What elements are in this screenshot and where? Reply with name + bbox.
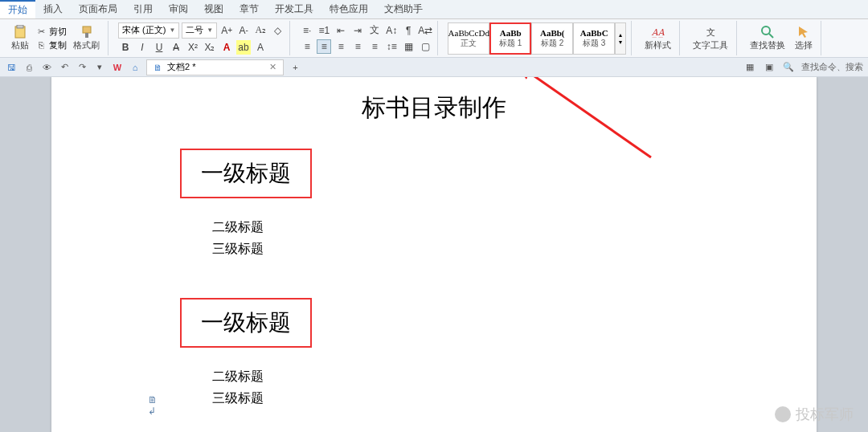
tab-start[interactable]: 开始 xyxy=(0,0,35,18)
redo-icon[interactable]: ↷ xyxy=(76,61,88,74)
clear-format-button[interactable]: ◇ xyxy=(270,23,285,38)
numbering-button[interactable]: ≡1 xyxy=(317,23,331,38)
new-tab-button[interactable]: + xyxy=(289,61,301,74)
wps-logo-icon[interactable]: W xyxy=(111,61,124,74)
new-style-icon: A̲A̲ xyxy=(651,25,665,39)
tab-view[interactable]: 视图 xyxy=(196,0,231,18)
save-icon[interactable]: 🖫 xyxy=(5,61,18,74)
underline-button[interactable]: U xyxy=(152,40,166,55)
change-case-button[interactable]: A₂ xyxy=(253,23,268,38)
heading2-text[interactable]: 二级标题 xyxy=(212,219,688,236)
style-normal[interactable]: AaBbCcDd正文 xyxy=(448,22,489,55)
heading2-text-2[interactable]: 二级标题 xyxy=(212,369,688,385)
svg-rect-2 xyxy=(83,26,91,33)
font-group: 宋体 (正文)▼ 二号▼ A+ A- A₂ ◇ B I U A̶ X² X₂ A… xyxy=(113,21,290,55)
cut-button[interactable]: ✂剪切 xyxy=(35,26,67,38)
watermark: 投标军师 xyxy=(775,405,854,424)
paste-label: 粘贴 xyxy=(11,39,29,51)
align-right-button[interactable]: ≡ xyxy=(334,39,348,54)
chevron-down-icon: ▼ xyxy=(207,26,213,34)
copy-icon: ⎘ xyxy=(35,39,47,51)
tab-reference[interactable]: 引用 xyxy=(125,0,161,18)
print-icon[interactable]: ⎙ xyxy=(23,61,35,74)
svg-rect-1 xyxy=(17,25,23,28)
heading1-highlight-2[interactable]: 一级标题 xyxy=(180,298,312,348)
clipboard-group: 粘贴 ✂剪切 ⎘复制 格式刷 xyxy=(3,21,108,55)
svg-marker-6 xyxy=(799,26,808,38)
texttools-group: 文 文字工具 xyxy=(685,21,737,55)
bullets-button[interactable]: ≡· xyxy=(300,23,314,38)
format-painter-button[interactable]: 格式刷 xyxy=(70,23,103,53)
format-label: 格式刷 xyxy=(73,39,100,51)
align-justify-button[interactable]: ≡ xyxy=(350,39,365,54)
tab-special[interactable]: 特色应用 xyxy=(321,0,376,18)
superscript-button[interactable]: X² xyxy=(186,40,200,55)
tab-devtools[interactable]: 开发工具 xyxy=(267,0,321,18)
show-marks-button[interactable]: ¶ xyxy=(401,23,416,38)
search-icon[interactable]: 🔍 xyxy=(782,61,795,74)
style-heading3[interactable]: AaBbC标题 3 xyxy=(573,22,615,55)
home-icon[interactable]: ⌂ xyxy=(129,61,141,74)
copy-button[interactable]: ⎘复制 xyxy=(35,39,67,51)
increase-font-button[interactable]: A+ xyxy=(219,23,234,38)
indent-right-button[interactable]: ⇥ xyxy=(350,23,365,38)
heading3-text-2[interactable]: 三级标题 xyxy=(212,390,688,407)
sort-button[interactable]: A↕ xyxy=(384,23,399,38)
ribbon: 粘贴 ✂剪切 ⎘复制 格式刷 宋体 (正文)▼ 二号▼ A+ A- A₂ ◇ B… xyxy=(0,19,868,58)
tab-insert[interactable]: 插入 xyxy=(35,0,71,18)
border-button[interactable]: ▢ xyxy=(418,39,432,54)
strike-button[interactable]: A̶ xyxy=(169,40,183,55)
undo-icon[interactable]: ↶ xyxy=(58,61,71,74)
search-hint: 查找命令、搜索 xyxy=(801,61,863,73)
font-color-button[interactable]: A xyxy=(219,40,234,55)
doc-title[interactable]: 标书目录制作 xyxy=(51,77,817,124)
font-size-combo[interactable]: 二号▼ xyxy=(182,22,217,39)
text-tools-icon: 文 xyxy=(703,25,718,39)
close-tab-button[interactable]: ✕ xyxy=(269,62,276,72)
new-style-button[interactable]: A̲A̲ 新样式 xyxy=(641,23,674,53)
char-scale-button[interactable]: A⇄ xyxy=(418,23,432,38)
highlight-button[interactable]: ab xyxy=(236,40,251,55)
heading3-text[interactable]: 三级标题 xyxy=(212,241,688,258)
heading1-highlight[interactable]: 一级标题 xyxy=(180,149,312,198)
font-name-combo[interactable]: 宋体 (正文)▼ xyxy=(118,22,179,39)
align-distribute-button[interactable]: ≡ xyxy=(367,39,382,54)
phonetic-button[interactable]: 文 xyxy=(367,23,382,38)
decrease-font-button[interactable]: A- xyxy=(236,23,251,38)
bold-button[interactable]: B xyxy=(118,40,133,55)
preview-icon[interactable]: 👁 xyxy=(40,61,53,74)
styles-group: AaBbCcDd正文 AaBb标题 1 AaBb(标题 2 AaBbC标题 3 … xyxy=(443,21,632,55)
status-icon1[interactable]: ▦ xyxy=(743,61,756,74)
align-center-button[interactable]: ≡ xyxy=(317,39,331,54)
align-left-button[interactable]: ≡ xyxy=(300,39,314,54)
paste-button[interactable]: 粘贴 xyxy=(8,23,32,53)
status-icon2[interactable]: ▣ xyxy=(763,61,776,74)
svg-point-4 xyxy=(762,26,770,35)
page-break-icon: 🗎↲ xyxy=(148,394,161,407)
style-heading2[interactable]: AaBb(标题 2 xyxy=(531,22,573,55)
tab-layout[interactable]: 页面布局 xyxy=(71,0,125,18)
char-border-button[interactable]: A xyxy=(253,40,268,55)
document-page[interactable]: 标书目录制作 一级标题 二级标题 三级标题 一级标题 二级标题 三级标题 🗎↲ xyxy=(51,77,817,432)
tab-review[interactable]: 审阅 xyxy=(161,0,196,18)
more-quick-icon[interactable]: ▾ xyxy=(93,61,106,74)
select-button[interactable]: 选择 xyxy=(792,23,816,53)
tab-chapter[interactable]: 章节 xyxy=(231,0,267,18)
doc-tab-bar: 🖫 ⎙ 👁 ↶ ↷ ▾ W ⌂ 🗎 文档2 * ✕ + ▦ ▣ 🔍 查找命令、搜… xyxy=(0,58,868,77)
line-spacing-button[interactable]: ↕≡ xyxy=(384,39,399,54)
document-canvas[interactable]: 标书目录制作 一级标题 二级标题 三级标题 一级标题 二级标题 三级标题 🗎↲ … xyxy=(0,77,868,432)
subscript-button[interactable]: X₂ xyxy=(203,40,217,55)
styles-more-button[interactable]: ▴▾ xyxy=(615,22,626,55)
tab-helper[interactable]: 文档助手 xyxy=(376,0,431,18)
brush-icon xyxy=(80,25,94,39)
doc-tab-label: 文档2 * xyxy=(167,61,195,73)
document-tab[interactable]: 🗎 文档2 * ✕ xyxy=(146,59,284,75)
text-tools-button[interactable]: 文 文字工具 xyxy=(690,23,731,53)
italic-button[interactable]: I xyxy=(135,40,149,55)
indent-left-button[interactable]: ⇤ xyxy=(334,23,348,38)
style-heading1[interactable]: AaBb标题 1 xyxy=(489,22,531,55)
shading-button[interactable]: ▦ xyxy=(401,39,416,54)
find-group: 查找替换 选择 xyxy=(742,21,821,55)
find-replace-button[interactable]: 查找替换 xyxy=(747,23,788,53)
paragraph-group: ≡· ≡1 ⇤ ⇥ 文 A↕ ¶ A⇄ ≡ ≡ ≡ ≡ ≡ ↕≡ ▦ ▢ xyxy=(295,21,438,55)
